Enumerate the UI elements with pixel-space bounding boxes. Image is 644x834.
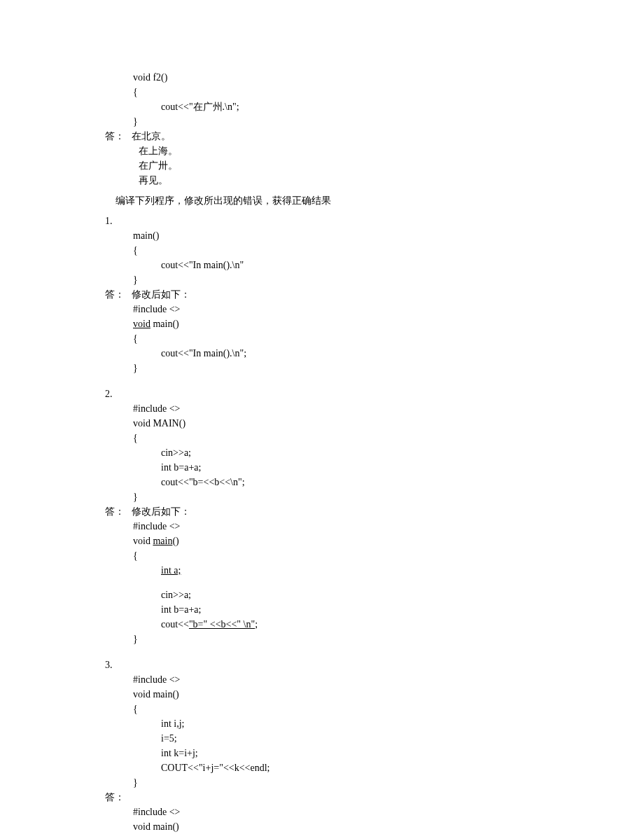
code-line: #include <> — [105, 672, 588, 687]
answer-label: 答： — [105, 287, 132, 302]
code-line: } — [105, 361, 588, 375]
code-line: cin>>a; — [105, 588, 588, 602]
code-line: { — [105, 331, 588, 346]
code-line: void main() — [105, 819, 588, 834]
code-line: { — [105, 243, 588, 258]
code-line: } — [105, 114, 588, 129]
code-line: void main() — [105, 687, 588, 702]
answer-label: 答： — [105, 504, 132, 519]
problem-number: 3. — [105, 658, 588, 672]
code-line: cout<<"In main().\n"; — [105, 346, 588, 361]
problem-number: 1. — [105, 214, 588, 228]
underlined-fix: ; — [244, 348, 246, 359]
code-line: cout<<"In main().\n" — [105, 258, 588, 272]
code-line: } — [105, 272, 588, 287]
code-line: void f2() — [105, 70, 588, 85]
answer-line: 在上海。 — [105, 144, 588, 158]
problem-number: 2. — [105, 387, 588, 401]
answer-text: 修改后如下： — [132, 504, 190, 519]
underlined-fix: main — [153, 536, 172, 546]
code-line: int a; — [105, 563, 588, 578]
answer-line: 在北京。 — [132, 129, 171, 144]
code-line: int b=a+a; — [105, 602, 588, 617]
code-line: } — [105, 632, 588, 646]
code-text: void — [133, 536, 153, 546]
code-text: cout<<"In main().\n" — [161, 348, 244, 359]
code-line: cin>>a; — [105, 445, 588, 460]
code-line: } — [105, 775, 588, 790]
code-line: void main() — [105, 534, 588, 548]
answer-label: 答： — [105, 129, 132, 144]
code-line: int k=i+j; — [105, 746, 588, 760]
code-line: cout<<"在广州.\n"; — [105, 99, 588, 114]
document-page: void f2() { cout<<"在广州.\n"; } 答： 在北京。 在上… — [0, 0, 644, 834]
answer-text: 修改后如下： — [132, 287, 190, 302]
code-line: main() — [105, 228, 588, 243]
code-line: #include <> — [105, 519, 588, 534]
code-text: main() — [150, 319, 179, 329]
answer-line: 再见。 — [105, 173, 588, 188]
underlined-fix: "b=" <<b<<" \n" — [189, 619, 255, 630]
code-line: { — [105, 431, 588, 445]
code-text: ; — [255, 619, 258, 630]
underlined-fix: int a; — [161, 565, 181, 576]
code-line: COUT<<"i+j="<<k<<endl; — [105, 760, 588, 775]
code-line: int b=a+a; — [105, 460, 588, 475]
answer-block: 答： 修改后如下： — [105, 287, 588, 302]
code-line: { — [105, 548, 588, 563]
answer-block: 答： 修改后如下： — [105, 504, 588, 519]
code-line: #include <> — [105, 805, 588, 819]
code-line: cout<<"b=<<b<<\n"; — [105, 475, 588, 489]
answer-label: 答： — [105, 790, 588, 805]
blank-line — [105, 578, 588, 588]
section-heading: 编译下列程序，修改所出现的错误，获得正确结果 — [105, 193, 588, 208]
code-text: () — [172, 536, 178, 546]
code-line: #include <> — [105, 401, 588, 416]
code-line: { — [105, 702, 588, 716]
code-line: i=5; — [105, 731, 588, 746]
underlined-fix: void — [133, 319, 150, 329]
code-line: void main() — [105, 317, 588, 331]
code-line: void MAIN() — [105, 416, 588, 431]
code-line: cout<<"b=" <<b<<" \n"; — [105, 617, 588, 632]
code-line: int i,j; — [105, 716, 588, 731]
code-line: { — [105, 85, 588, 99]
answer-block: 答： 在北京。 — [105, 129, 588, 144]
code-line: } — [105, 489, 588, 504]
answer-line: 在广卅。 — [105, 158, 588, 173]
code-text: cout<< — [161, 619, 189, 630]
code-line: #include <> — [105, 302, 588, 317]
